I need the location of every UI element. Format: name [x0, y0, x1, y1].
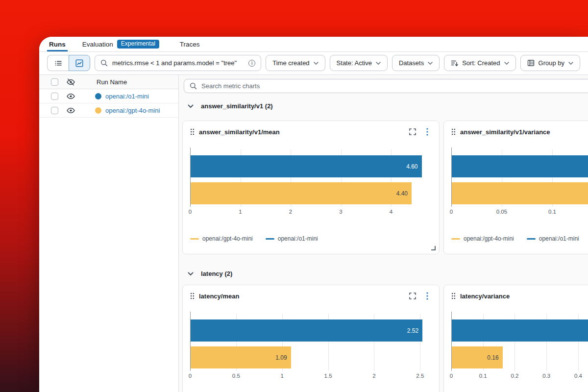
x-tick-label: 3: [339, 209, 342, 215]
tab-runs[interactable]: Runs: [47, 37, 68, 51]
chevron-down-icon: [428, 62, 433, 65]
eye-icon: [67, 106, 75, 115]
metric-chart-card: answer_similarity/v1/variance 00.050.10.…: [443, 121, 588, 254]
legend-item[interactable]: openai:/o1-mini: [527, 235, 579, 242]
x-tick-label: 0.05: [496, 209, 507, 215]
chevron-down-icon: [376, 62, 381, 65]
legend-swatch: [266, 238, 274, 240]
metric-search-placeholder: Search metric charts: [201, 82, 260, 90]
legend-item[interactable]: openai:/gpt-4o-mini: [190, 235, 253, 242]
chevron-down-icon: [568, 62, 573, 65]
metric-chart-card: latency/mean 00.511.522.52.521.09 openai…: [182, 285, 440, 392]
time-created-label: Time created: [272, 59, 309, 67]
run-color-dot: [95, 93, 101, 99]
chart-legend: openai:/gpt-4o-miniopenai:/o1-mini: [190, 235, 318, 242]
drag-handle-icon[interactable]: [190, 293, 195, 299]
x-tick-label: 0: [189, 209, 192, 215]
list-view-button[interactable]: [47, 55, 69, 71]
legend-swatch: [451, 238, 460, 240]
line-chart-icon: [75, 59, 83, 67]
expand-icon[interactable]: [409, 293, 416, 299]
x-tick-label: 0.5: [232, 373, 240, 379]
run-name-link[interactable]: openai:/gpt-4o-mini: [105, 107, 160, 114]
content-area: Run Name openai:/o1-mini: [39, 74, 588, 392]
section-title: latency (2): [201, 270, 232, 277]
metric-charts-search-input[interactable]: Search metric charts: [184, 79, 588, 93]
tab-evaluation-label: Evaluation: [82, 41, 113, 48]
datasets-filter-button[interactable]: Datasets: [392, 55, 440, 71]
chart-view-button[interactable]: [69, 55, 90, 71]
drag-handle-icon[interactable]: [451, 293, 456, 299]
group-by-button[interactable]: Group by: [520, 55, 580, 71]
time-created-filter-button[interactable]: Time created: [266, 55, 325, 71]
run-visibility-toggle[interactable]: [67, 106, 75, 115]
kebab-menu-icon[interactable]: [426, 292, 428, 300]
tab-traces[interactable]: Traces: [178, 37, 202, 51]
chart-title: latency/mean: [199, 293, 405, 300]
list-icon: [54, 59, 62, 67]
bar-chart: 012344.604.40: [190, 149, 430, 207]
card-header: latency/variance: [444, 285, 588, 300]
chevron-down-icon: [188, 104, 194, 108]
runs-search-input[interactable]: metrics.rmse < 1 and params.model = "tre…: [95, 55, 261, 71]
tab-evaluation[interactable]: Evaluation Experimental: [80, 37, 161, 51]
legend-item[interactable]: openai:/o1-mini: [266, 235, 318, 242]
runs-sidebar: Run Name openai:/o1-mini: [39, 75, 179, 392]
resize-handle-icon[interactable]: [431, 246, 436, 250]
bar-chart: 00.511.522.52.521.09: [190, 314, 430, 371]
eye-icon: [67, 92, 75, 100]
data-bar: [452, 182, 588, 204]
run-row[interactable]: openai:/gpt-4o-mini: [39, 103, 178, 118]
legend-label: openai:/gpt-4o-mini: [202, 235, 253, 242]
desktop-background: Runs Evaluation Experimental Traces: [0, 0, 588, 392]
run-row[interactable]: openai:/o1-mini: [39, 89, 178, 103]
sort-button[interactable]: Sort: Created: [444, 55, 515, 71]
run-visibility-toggle[interactable]: [67, 92, 75, 100]
section-header-latency[interactable]: latency (2): [188, 270, 232, 277]
data-bar: 4.40: [191, 182, 412, 204]
run-checkbox[interactable]: [51, 93, 58, 100]
info-icon[interactable]: i: [248, 60, 255, 67]
drag-handle-icon[interactable]: [451, 128, 456, 135]
legend-swatch: [190, 238, 199, 240]
state-filter-label: State: Active: [337, 59, 372, 67]
section-header-answer-similarity[interactable]: answer_similarity/v1 (2): [188, 102, 273, 110]
select-all-checkbox[interactable]: [51, 78, 58, 86]
x-tick-label: 0.2: [511, 373, 518, 379]
data-bar: 4.60: [191, 155, 422, 177]
x-tick-label: 2: [289, 209, 292, 215]
legend-label: openai:/gpt-4o-mini: [464, 235, 514, 242]
expand-icon[interactable]: [409, 128, 416, 135]
chevron-down-icon: [504, 62, 509, 65]
drag-handle-icon[interactable]: [190, 128, 195, 135]
cards-row: latency/mean 00.511.522.52.521.09 openai…: [182, 285, 588, 392]
data-bar: 1.09: [191, 346, 291, 368]
x-tick-label: 0: [450, 373, 453, 379]
kebab-menu-icon[interactable]: [426, 128, 428, 136]
data-bar: 0.16: [452, 346, 503, 368]
experimental-badge: Experimental: [117, 40, 159, 49]
legend-item[interactable]: openai:/gpt-4o-mini: [451, 235, 514, 242]
bar-chart: 00.10.20.30.40.50.60.70.16: [451, 314, 588, 371]
bar-chart: 00.050.10.150.2: [451, 149, 588, 207]
view-toggle-group: [47, 55, 90, 71]
bar-value-label: 0.16: [487, 354, 498, 361]
x-tick-label: 0.4: [574, 373, 582, 379]
card-header: answer_similarity/v1/mean: [183, 121, 439, 136]
chart-legend: openai:/gpt-4o-miniopenai:/o1-mini: [451, 235, 579, 242]
state-filter-button[interactable]: State: Active: [330, 55, 388, 71]
search-icon: [100, 59, 108, 67]
run-name-link[interactable]: openai:/o1-mini: [105, 93, 149, 100]
x-tick-label: 0.3: [542, 373, 550, 379]
x-tick-label: 2: [372, 373, 375, 379]
toolbar: metrics.rmse < 1 and params.model = "tre…: [39, 52, 588, 74]
run-checkbox[interactable]: [51, 107, 58, 114]
x-tick-label: 0: [189, 373, 192, 379]
cards-row: answer_similarity/v1/mean 012344.604.40 …: [182, 121, 588, 254]
data-bar: 2.52: [191, 319, 422, 342]
run-color-dot: [95, 107, 101, 114]
hide-all-runs-button[interactable]: [67, 78, 75, 86]
bar-value-label: 4.60: [406, 163, 417, 170]
group-by-label: Group by: [539, 59, 564, 67]
chevron-down-icon: [188, 272, 194, 276]
